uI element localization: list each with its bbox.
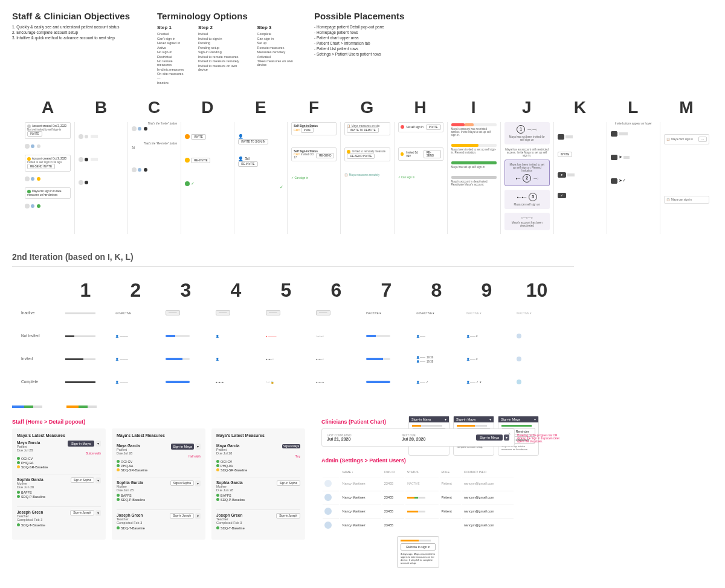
arrow-icon: ➤ <box>558 172 566 178</box>
concept-h: No self sign inINVITE Invited 3d agoRE-S… <box>394 122 447 234</box>
signin-button[interactable]: Sign-in Maya <box>68 441 94 447</box>
mini-progress <box>12 405 713 413</box>
concept-k: INVITE ➤ ✓ <box>553 122 607 234</box>
patient-chart-card: × LAST COMPLETEDJul 21, 2020 NEXT DUEJul… <box>321 428 515 447</box>
concept-f: Self Sign-in StatusCan't Invite Self Sig… <box>287 122 340 234</box>
check-icon: ✓ <box>558 193 566 198</box>
resend-button[interactable]: RE-SEND INVITE <box>27 164 55 169</box>
avatar-icon <box>25 144 30 149</box>
concept-j: 1—○—○Maya has not been invited for self … <box>500 122 553 234</box>
concept-l: Invite buttons appear on hover ➤ ➤✓ <box>607 122 660 234</box>
placements: Possible Placements - Homepage patient D… <box>314 11 465 86</box>
staff-panel-1: Maya's Latest Measures Maya GarciaPatien… <box>12 428 106 540</box>
concept-a: Account created Oct 3, 2020Not yet invit… <box>21 122 74 234</box>
tooltip: Reinvite to sign in 3 days ago. Maya was… <box>397 536 439 568</box>
iteration-grid: Inactive ⊘ INACTIVE ——— ——— ——— ——— INAC… <box>21 302 713 393</box>
concept-b <box>74 122 127 234</box>
invite-button[interactable]: INVITE <box>27 131 42 137</box>
person-icon: 👤 <box>238 134 243 138</box>
letter-row: ABCDEFGHIJKLM <box>21 98 713 117</box>
concepts-grid: Account created Oct 3, 2020Not yet invit… <box>21 122 713 234</box>
objectives-title: Staff & Clinician Objectives <box>12 11 145 21</box>
concept-g: 📋 Maya measures on-siteINVITE TO REMOTE … <box>340 122 393 234</box>
concept-e: 👤INVITE TO SIGN IN 👤 3dRE-INVITE ✓ <box>234 122 287 234</box>
admin-heading: Admin (Settings > Patient Users) <box>321 457 533 464</box>
staff-panel-3: Maya's Latest Measures Maya GarciaPatien… <box>211 428 305 540</box>
concept-d: INVITE RE-INVITE ✓ <box>181 122 234 234</box>
objectives: Staff & Clinician Objectives 1. Quickly … <box>12 11 145 86</box>
iteration-heading: 2nd Iteration (based on I, K, L) <box>12 252 713 262</box>
concept-c: That's the "Invite" button That's the "R… <box>127 122 181 234</box>
close-icon[interactable]: × <box>508 431 511 436</box>
concept-i: Maya's account has restricted access. In… <box>447 122 500 234</box>
chevron-down-icon[interactable]: ▾ <box>95 441 101 447</box>
concept-m: 📋Maya can't sign in··· 📋Maya can sign in <box>660 122 713 234</box>
staff-heading: Staff (Home > Detail popout) <box>12 419 314 425</box>
number-row: 12345678910 <box>60 279 713 302</box>
admin-table: NAME ↓OWL IDSTATUSROLECONTACT INFO Nancy… <box>321 467 515 568</box>
terminology: Terminology Options Step 1 CreatedCan't … <box>157 11 302 86</box>
staff-panel-2: Maya's Latest Measures Maya GarciaPatien… <box>112 428 205 540</box>
